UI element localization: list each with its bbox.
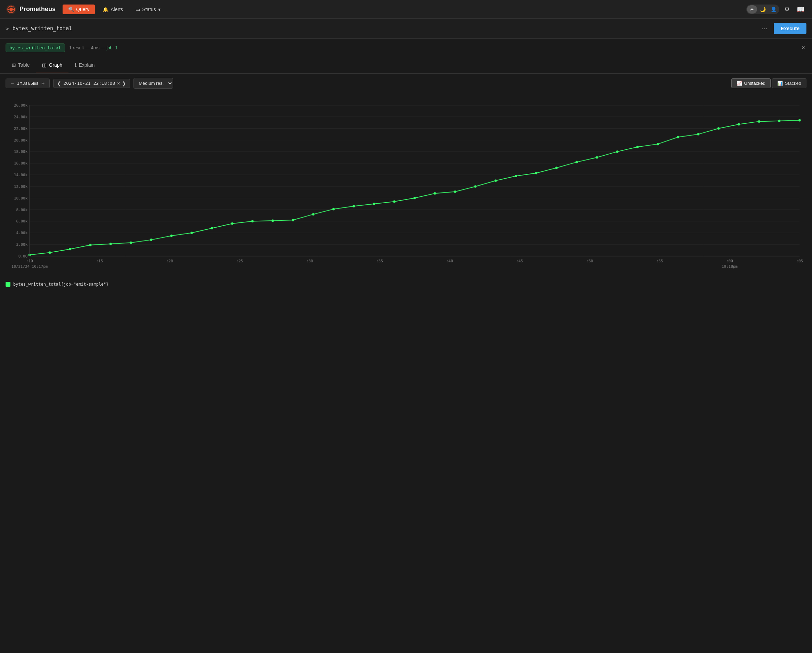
status-nav-button[interactable]: ▭ Status ▾: [131, 5, 165, 14]
stacked-button[interactable]: 📊 Stacked: [772, 78, 806, 88]
tab-graph[interactable]: ◫ Graph: [36, 57, 69, 73]
result-left: bytes_written_total 1 result — 4ms — job…: [6, 43, 118, 52]
graph-icon: ◫: [42, 62, 47, 68]
datetime-value: 2024-10-21 22:18:08: [63, 81, 115, 86]
legend-area: bytes_written_total{job="emit-sample"}: [0, 278, 812, 292]
svg-point-3: [11, 6, 12, 7]
svg-point-6: [13, 9, 15, 10]
stacked-icon: 📊: [777, 81, 783, 86]
range-value: 1m3s65ms: [17, 81, 38, 86]
help-button[interactable]: 📖: [795, 3, 806, 15]
alerts-icon: 🔔: [102, 7, 108, 12]
svg-point-5: [8, 9, 9, 10]
tabs-bar: ⊞ Table ◫ Graph ℹ Explain: [0, 57, 812, 74]
line-chart: [6, 98, 806, 277]
info-icon: ℹ: [75, 62, 76, 68]
query-prompt: >: [6, 25, 9, 32]
execute-button[interactable]: Execute: [774, 23, 806, 34]
range-decrease-button[interactable]: −: [9, 80, 15, 87]
settings-button[interactable]: ⚙: [782, 3, 792, 15]
datetime-control: ❮ 2024-10-21 22:18:08 × ❯: [53, 79, 130, 88]
query-menu-button[interactable]: ⋯: [759, 23, 770, 34]
datetime-prev-button[interactable]: ❮: [57, 81, 61, 86]
status-icon: ▭: [136, 7, 140, 12]
result-meta: 1 result — 4ms — job: 1: [69, 45, 118, 50]
table-icon: ⊞: [12, 62, 16, 68]
unstacked-button[interactable]: 📈 Unstacked: [731, 78, 771, 88]
legend-color-swatch: [6, 282, 11, 287]
query-input[interactable]: [12, 25, 756, 32]
resolution-select[interactable]: Low res. Medium res. High res.: [133, 78, 173, 88]
app-logo: [6, 4, 17, 15]
theme-switcher: ☀ 🌙 👤: [746, 5, 779, 14]
alerts-nav-button[interactable]: 🔔 Alerts: [98, 5, 128, 14]
query-nav-button[interactable]: 🔍 Query: [63, 5, 95, 14]
tab-table[interactable]: ⊞ Table: [6, 57, 36, 73]
navbar-right: ☀ 🌙 👤 ⚙ 📖: [746, 3, 806, 15]
legend-label: bytes_written_total{job="emit-sample"}: [13, 282, 109, 287]
result-area: bytes_written_total 1 result — 4ms — job…: [0, 38, 812, 57]
svg-point-2: [9, 8, 13, 11]
range-control: − 1m3s65ms +: [6, 79, 50, 88]
light-theme-button[interactable]: ☀: [747, 5, 757, 14]
chart-container: [0, 93, 812, 278]
tab-explain[interactable]: ℹ Explain: [69, 57, 101, 73]
dark-theme-button[interactable]: 🌙: [757, 5, 769, 14]
unstacked-icon: 📈: [737, 81, 742, 86]
app-title: Prometheus: [20, 6, 56, 13]
stack-controls: 📈 Unstacked 📊 Stacked: [731, 78, 806, 88]
user-icon-button[interactable]: 👤: [769, 5, 778, 14]
svg-point-4: [11, 11, 12, 13]
datetime-next-button[interactable]: ❯: [122, 81, 126, 86]
navbar: Prometheus 🔍 Query 🔔 Alerts ▭ Status ▾ ☀…: [0, 0, 812, 19]
range-increase-button[interactable]: +: [40, 80, 46, 87]
chevron-down-icon: ▾: [158, 7, 160, 12]
query-bar: > ⋯ Execute: [0, 19, 812, 38]
result-close-button[interactable]: ×: [800, 44, 806, 52]
metric-badge: bytes_written_total: [6, 43, 65, 52]
datetime-clear-button[interactable]: ×: [117, 81, 120, 86]
graph-controls: − 1m3s65ms + ❮ 2024-10-21 22:18:08 × ❯ L…: [0, 74, 812, 93]
query-icon: 🔍: [68, 7, 74, 12]
